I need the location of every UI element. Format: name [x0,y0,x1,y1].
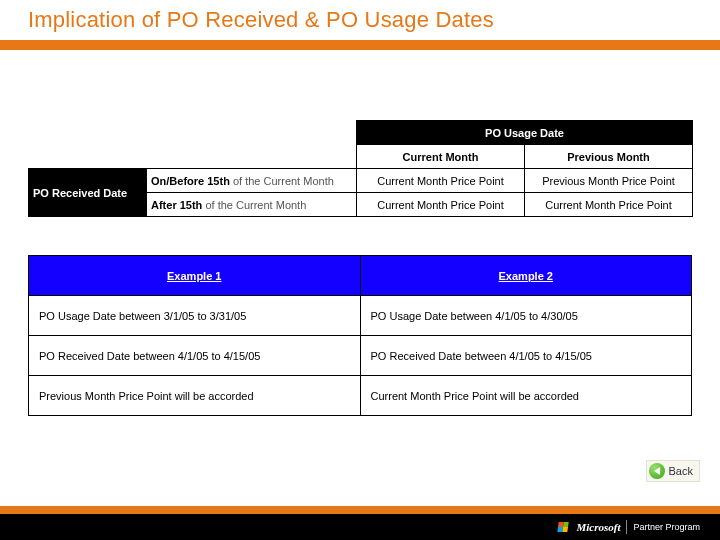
rule-row-1-label: On/Before 15th of the Current Month [147,169,357,193]
rule-row-2-bold: After 15th [151,199,202,211]
example-1-header: Example 1 [29,256,361,296]
example-2-header: Example 2 [360,256,692,296]
footer-program: Partner Program [633,523,700,532]
rule-row-2-light: of the Current Month [202,199,306,211]
footer: Microsoft Partner Program [0,506,720,540]
current-month-header: Current Month [357,145,525,169]
example-1-received-date: PO Received Date between 4/1/05 to 4/15/… [29,336,361,376]
example-2-usage-date: PO Usage Date between 4/1/05 to 4/30/05 [360,296,692,336]
blank-cell [147,145,357,169]
footer-bar: Microsoft Partner Program [0,514,720,540]
back-button-label: Back [669,465,693,477]
rule-row-2-current: Current Month Price Point [357,193,525,217]
rule-row-1-previous: Previous Month Price Point [525,169,693,193]
example-1-result: Previous Month Price Point will be accor… [29,376,361,416]
footer-accent-bar [0,506,720,514]
previous-month-header: Previous Month [525,145,693,169]
footer-divider [626,520,627,534]
rule-row-1-current: Current Month Price Point [357,169,525,193]
example-1-usage-date: PO Usage Date between 3/1/05 to 3/31/05 [29,296,361,336]
examples-table: Example 1 Example 2 PO Usage Date betwee… [28,255,692,416]
example-2-received-date: PO Received Date between 4/1/05 to 4/15/… [360,336,692,376]
title-bar: Implication of PO Received & PO Usage Da… [0,0,720,50]
blank-cell [29,145,147,169]
footer-brand: Microsoft [576,521,620,533]
partner-logo: Microsoft Partner Program [558,520,700,534]
page-title: Implication of PO Received & PO Usage Da… [28,7,494,33]
po-usage-date-header: PO Usage Date [357,121,693,145]
blank-cell [29,121,147,145]
back-arrow-icon [649,463,665,479]
back-button[interactable]: Back [646,460,700,482]
rule-row-2-label: After 15th of the Current Month [147,193,357,217]
rule-row-1-bold: On/Before 15th [151,175,230,187]
example-2-result: Current Month Price Point will be accord… [360,376,692,416]
examples-section: Example 1 Example 2 PO Usage Date betwee… [28,255,692,416]
po-received-date-header: PO Received Date [29,169,147,217]
rule-row-1-light: of the Current Month [230,175,334,187]
blank-cell [147,121,357,145]
rules-table: PO Usage Date Current Month Previous Mon… [28,120,693,217]
content-area: PO Usage Date Current Month Previous Mon… [0,50,720,416]
microsoft-flag-icon [558,522,569,532]
rule-row-2-previous: Current Month Price Point [525,193,693,217]
